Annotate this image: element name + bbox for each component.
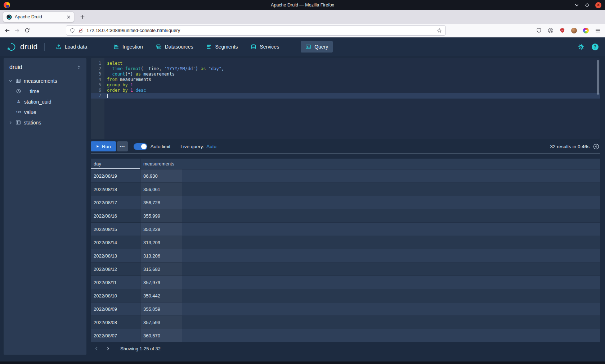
auto-limit-switch[interactable] [134, 143, 147, 150]
cell-measurements[interactable]: 313,206 [140, 249, 182, 263]
code-line: order by 1 desc [104, 88, 146, 93]
ublock-shield-icon[interactable]: u [560, 28, 565, 33]
more-dots: ••• [120, 144, 125, 149]
nav-item-segments[interactable]: Segments [201, 41, 242, 53]
sql-token: as [201, 66, 206, 71]
cell-measurements[interactable]: 360,570 [140, 329, 182, 342]
tree-item-stations[interactable]: stations [4, 117, 86, 128]
window-maximize-icon[interactable] [585, 3, 590, 8]
cell-day[interactable]: 2022/08/07 [91, 329, 140, 342]
nav-divider [294, 43, 294, 51]
sql-token [107, 72, 112, 77]
settings-gear-icon[interactable] [578, 44, 584, 50]
nav-item-datasources[interactable]: Datasources [151, 41, 198, 53]
cell-measurements[interactable]: 86,930 [140, 169, 182, 183]
account-icon[interactable] [548, 28, 554, 33]
chevron-right-icon[interactable] [8, 120, 13, 125]
cell-day[interactable]: 2022/08/08 [91, 316, 140, 329]
sql-token [206, 66, 209, 71]
forward-icon[interactable] [14, 28, 20, 33]
nav-item-services[interactable]: Services [246, 41, 284, 53]
back-icon[interactable] [4, 28, 10, 33]
cell-day[interactable]: 2022/08/14 [91, 236, 140, 249]
cell-measurements[interactable]: 355,059 [140, 302, 182, 316]
row-filler [182, 236, 600, 249]
table-row: 2022/08/17356,728 [91, 196, 600, 209]
sql-token: count [112, 72, 125, 77]
column-header-measurements[interactable]: measurements [140, 159, 182, 169]
cell-day[interactable]: 2022/08/17 [91, 196, 140, 209]
cell-measurements[interactable]: 357,593 [140, 316, 182, 329]
shield-icon[interactable] [70, 28, 75, 33]
row-filler [182, 169, 600, 183]
druid-logo-icon [6, 42, 17, 52]
cell-measurements[interactable]: 355,999 [140, 209, 182, 223]
cell-day[interactable]: 2022/08/19 [91, 169, 140, 183]
cell-measurements[interactable]: 315,682 [140, 263, 182, 276]
insecure-lock-icon[interactable] [78, 28, 83, 33]
cell-measurements[interactable]: 313,209 [140, 236, 182, 249]
url-bar[interactable]: 172.18.0.4:30899/unified-console.html#qu… [66, 25, 446, 36]
cell-day[interactable]: 2022/08/15 [91, 223, 140, 236]
row-filler [182, 223, 600, 236]
table-row: 2022/08/1986,930 [91, 169, 600, 183]
sql-token: desc [136, 88, 146, 93]
nav-item-ingestion[interactable]: Ingestion [109, 41, 148, 53]
cell-measurements[interactable]: 357,979 [140, 276, 182, 289]
help-icon[interactable]: ? [592, 44, 599, 50]
tree-item-__time[interactable]: __time [4, 86, 86, 96]
cell-day[interactable]: 2022/08/16 [91, 209, 140, 223]
run-button[interactable]: Run [91, 141, 116, 151]
nav-item-label: Segments [215, 44, 238, 50]
code-line: select [104, 61, 122, 66]
nav-item-load-data[interactable]: Load data [51, 41, 92, 53]
query-workbench: druid measurements__timeAstation_uuid123… [0, 56, 605, 364]
window-minimize-icon[interactable] [574, 3, 579, 8]
sql-editor[interactable]: 1select2 time_format(__time, 'YYYY/MM/dd… [91, 58, 600, 139]
sql-token: , [221, 66, 224, 71]
extension-shield-icon[interactable] [536, 28, 542, 33]
download-icon[interactable] [593, 144, 599, 150]
tree-item-measurements[interactable]: measurements [4, 76, 86, 86]
nav-item-query[interactable]: Query [301, 41, 333, 53]
tree-item-label: __time [24, 88, 39, 94]
prev-page-icon[interactable] [91, 343, 102, 354]
bookmark-star-icon[interactable] [437, 28, 442, 33]
cell-day[interactable]: 2022/08/18 [91, 183, 140, 196]
browser-toolbar: 172.18.0.4:30899/unified-console.html#qu… [0, 24, 605, 37]
reload-icon[interactable] [24, 28, 30, 33]
cell-measurements[interactable]: 350,228 [140, 223, 182, 236]
cell-day[interactable]: 2022/08/13 [91, 249, 140, 263]
ingestion-icon [113, 44, 119, 50]
run-more-button[interactable]: ••• [117, 141, 128, 151]
column-header-day[interactable]: day [91, 159, 140, 169]
druid-favicon-icon [6, 14, 12, 20]
line-number: 5 [91, 82, 104, 88]
cell-day[interactable]: 2022/08/10 [91, 289, 140, 302]
druid-brand[interactable]: druid [6, 42, 38, 52]
tree-item-value[interactable]: 123value [4, 107, 86, 117]
table-row: 2022/08/07360,570 [91, 329, 600, 342]
live-query-value[interactable]: Auto [206, 144, 216, 149]
cell-measurements[interactable]: 356,061 [140, 183, 182, 196]
table-row: 2022/08/15350,228 [91, 223, 600, 236]
cell-day[interactable]: 2022/08/11 [91, 276, 140, 289]
tree-item-station_uuid[interactable]: Astation_uuid [4, 96, 86, 107]
browser-tab[interactable]: Apache Druid [3, 12, 74, 22]
double-caret-sort-icon[interactable] [76, 65, 81, 70]
cell-measurements[interactable]: 356,728 [140, 196, 182, 209]
menu-icon[interactable] [595, 28, 601, 33]
new-tab-button[interactable] [79, 13, 86, 21]
avatar-extension-icon[interactable] [571, 28, 577, 33]
editor-scrollbar[interactable] [597, 60, 599, 95]
cell-day[interactable]: 2022/08/12 [91, 263, 140, 276]
cell-measurements[interactable]: 350,442 [140, 289, 182, 302]
tab-close-icon[interactable] [67, 15, 71, 19]
cell-day[interactable]: 2022/08/09 [91, 302, 140, 316]
row-filler [182, 302, 600, 316]
pinwheel-extension-icon[interactable] [583, 28, 589, 33]
next-page-icon[interactable] [103, 343, 113, 354]
chevron-down-icon[interactable] [8, 79, 13, 83]
window-close-icon[interactable]: × [595, 2, 601, 8]
code-line: from measurements [104, 77, 151, 82]
